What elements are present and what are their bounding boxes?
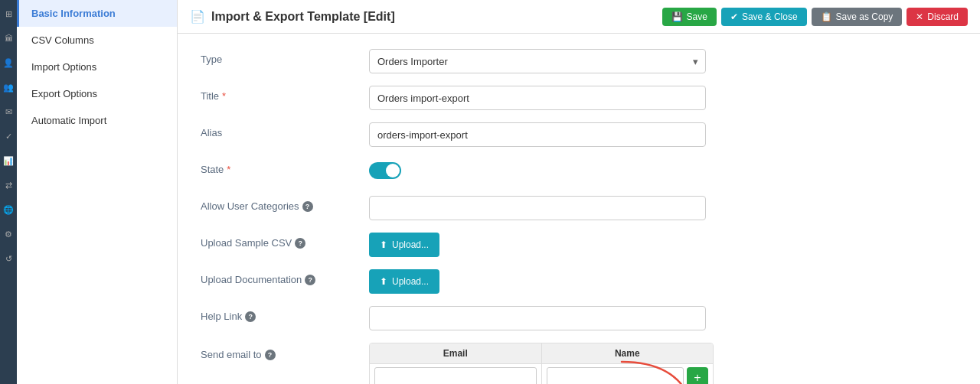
- type-select[interactable]: Orders Importer: [369, 49, 706, 73]
- upload-documentation-help-icon[interactable]: ?: [305, 275, 315, 285]
- sidebar-icon-building[interactable]: 🏛: [1, 31, 16, 46]
- name-input[interactable]: [547, 367, 684, 384]
- copy-icon: 📋: [821, 11, 832, 22]
- type-label: Type: [201, 49, 369, 65]
- sidebar-item-basic-information[interactable]: Basic Information: [17, 0, 177, 27]
- upload-sample-csv-help-icon[interactable]: ?: [295, 238, 305, 249]
- help-link-label: Help Link ?: [201, 306, 369, 322]
- email-table-row: +: [370, 363, 713, 384]
- sidebar-icon-user[interactable]: 👤: [1, 55, 16, 70]
- sidebar-item-csv-columns[interactable]: CSV Columns: [17, 27, 177, 54]
- type-select-wrapper: Orders Importer: [369, 49, 706, 73]
- alias-input[interactable]: [369, 122, 706, 147]
- name-col-header: Name: [542, 343, 714, 363]
- sidebar-icon-check[interactable]: ✓: [1, 129, 16, 144]
- sidebar-item-export-options[interactable]: Export Options: [17, 80, 177, 107]
- state-required-marker: *: [227, 164, 230, 175]
- alias-label: Alias: [201, 122, 369, 138]
- save-icon: 💾: [671, 11, 683, 22]
- sidebar-item-automatic-import[interactable]: Automatic Import: [17, 107, 177, 134]
- title-control: [369, 86, 706, 110]
- email-cell: [370, 364, 542, 384]
- help-link-input[interactable]: [369, 306, 706, 330]
- allow-user-categories-input[interactable]: [369, 196, 706, 220]
- title-row: Title *: [201, 86, 957, 110]
- sidebar-icon-transfer[interactable]: ⇄: [1, 177, 16, 193]
- title-input[interactable]: [369, 86, 706, 110]
- upload-doc-icon: ⬆: [380, 276, 387, 287]
- toggle-slider: [369, 162, 401, 179]
- state-toggle[interactable]: [369, 162, 401, 179]
- allow-user-categories-label: Allow User Categories ?: [201, 196, 369, 212]
- state-toggle-wrap: [369, 159, 706, 179]
- upload-sample-csv-button[interactable]: ⬆ Upload...: [369, 233, 439, 257]
- save-copy-button[interactable]: 📋 Save as Copy: [812, 8, 903, 26]
- sidebar-icon-refresh[interactable]: ↺: [1, 251, 16, 266]
- help-link-control: [369, 306, 706, 330]
- email-input[interactable]: [374, 367, 537, 384]
- x-icon: ✕: [916, 11, 923, 22]
- sidebar-icon-gear[interactable]: ⚙: [1, 226, 16, 242]
- sidebar-icon-users[interactable]: 👥: [1, 80, 16, 95]
- send-email-row: Send email to ? Email Name +: [201, 343, 957, 384]
- email-table-header: Email Name: [370, 343, 713, 363]
- nav-sidebar: Basic Information CSV Columns Import Opt…: [17, 0, 178, 384]
- type-row: Type Orders Importer: [201, 49, 957, 73]
- sidebar-icon-grid[interactable]: ⊞: [1, 6, 16, 21]
- add-email-row-button[interactable]: +: [687, 367, 708, 384]
- upload-sample-csv-row: Upload Sample CSV ? ⬆ Upload...: [201, 233, 957, 257]
- allow-user-categories-help-icon[interactable]: ?: [302, 201, 313, 212]
- page-header: 📄 Import & Export Template [Edit] 💾 Save…: [178, 0, 980, 34]
- upload-documentation-button[interactable]: ⬆ Upload...: [369, 269, 439, 294]
- allow-user-categories-row: Allow User Categories ?: [201, 196, 957, 220]
- save-close-button[interactable]: ✔ Save & Close: [721, 8, 807, 26]
- allow-user-categories-control: [369, 196, 706, 220]
- save-button[interactable]: 💾 Save: [662, 8, 717, 26]
- content-area: Type Orders Importer Title *: [178, 34, 980, 384]
- header-actions: 💾 Save ✔ Save & Close 📋 Save as Copy ✕ D…: [662, 8, 968, 26]
- send-email-help-icon[interactable]: ?: [265, 350, 276, 360]
- email-table: Email Name +: [369, 343, 714, 384]
- upload-sample-csv-label: Upload Sample CSV ?: [201, 233, 369, 249]
- doc-icon: 📄: [190, 9, 205, 24]
- sidebar-icon-globe[interactable]: 🌐: [1, 202, 16, 217]
- main-area: 📄 Import & Export Template [Edit] 💾 Save…: [178, 0, 980, 384]
- help-link-help-icon[interactable]: ?: [245, 311, 256, 322]
- send-email-control: Email Name +: [369, 343, 721, 384]
- alias-control: [369, 122, 706, 147]
- state-row: State *: [201, 159, 957, 184]
- upload-icon: ⬆: [380, 239, 387, 250]
- sidebar-item-import-options[interactable]: Import Options: [17, 54, 177, 80]
- state-control: [369, 159, 706, 179]
- alias-row: Alias: [201, 122, 957, 147]
- email-col-header: Email: [370, 343, 542, 363]
- name-cell: +: [542, 364, 714, 384]
- type-control: Orders Importer: [369, 49, 706, 73]
- page-title: 📄 Import & Export Template [Edit]: [190, 9, 395, 24]
- title-label: Title *: [201, 86, 369, 102]
- upload-documentation-row: Upload Documentation ? ⬆ Upload...: [201, 269, 957, 294]
- help-link-row: Help Link ?: [201, 306, 957, 330]
- send-email-label: Send email to ?: [201, 343, 369, 360]
- title-required-marker: *: [222, 90, 226, 102]
- upload-sample-csv-control: ⬆ Upload...: [369, 233, 706, 257]
- icon-sidebar: ⊞ 🏛 👤 👥 ✉ ✓ 📊 ⇄ 🌐 ⚙ ↺: [0, 0, 17, 384]
- state-label: State *: [201, 159, 369, 175]
- upload-documentation-label: Upload Documentation ?: [201, 269, 369, 285]
- sidebar-icon-mail[interactable]: ✉: [1, 104, 16, 119]
- checkmark-icon: ✔: [730, 11, 738, 22]
- sidebar-icon-chart[interactable]: 📊: [1, 153, 16, 168]
- upload-documentation-control: ⬆ Upload...: [369, 269, 706, 294]
- discard-button[interactable]: ✕ Discard: [906, 8, 968, 26]
